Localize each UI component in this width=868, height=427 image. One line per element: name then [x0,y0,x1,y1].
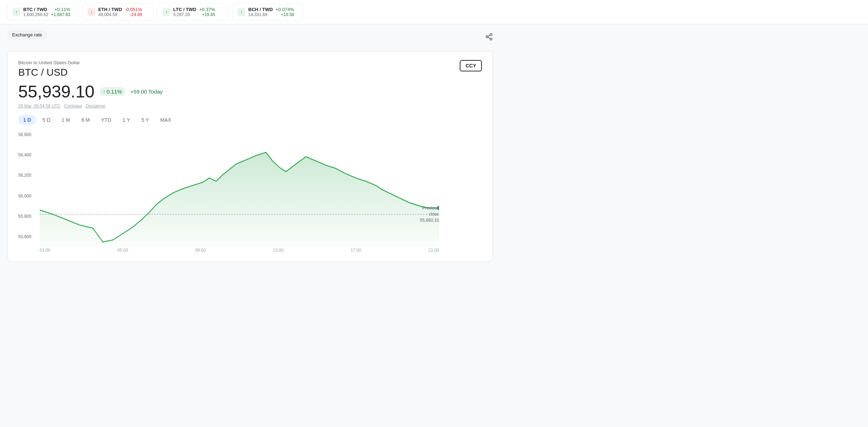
ticker-pair: BTC / TWD [23,7,48,12]
y-axis-label: 56,400 [18,152,31,157]
y-axis-label: 56,600 [18,132,31,137]
ticker-pair: BCH / TWD [248,7,273,12]
ticker-change: +0.074% +10.58 [276,7,294,17]
change-today: +59.00 Today [130,89,163,95]
time-btn-max[interactable]: MAX [155,115,176,125]
ticker-info: BTC / TWD 1,600,266.62 [23,7,48,17]
ccy-button[interactable]: CCY [460,60,482,71]
ticker-info: LTC / TWD 5,287.20 [173,7,196,17]
current-price: 55,939.10 [18,82,95,101]
ticker-abs: +1,687.83 [51,12,70,17]
ticker-change: +0.37% +19.45 [199,7,215,17]
ticker-pct: +0.074% [276,7,294,12]
ticker-arrow-up-icon: ↑ [163,8,170,16]
chart-card: Bitcoin to United States Dollar BTC / US… [7,51,493,262]
main-content: Exchange rate Bitcoin to United States D… [0,24,500,267]
time-btn-5-y[interactable]: 5 Y [136,115,154,125]
ticker-price: 5,287.20 [173,12,196,17]
chart-header: Bitcoin to United States Dollar BTC / US… [18,60,482,115]
ticker-info: BCH / TWD 14,331.69 [248,7,273,17]
ticker-abs: +10.58 [281,12,294,17]
y-axis-label: 55,600 [18,234,31,239]
time-btn-1-y[interactable]: 1 Y [118,115,135,125]
up-arrow-icon: ↑ [103,89,105,94]
y-axis-label: 56,200 [18,173,31,178]
x-axis-label: 17:00 [350,248,361,253]
ticker-card[interactable]: ↓ ETH / TWD 49,004.59 -0.051% -24.89 [82,4,154,20]
ticker-arrow-up-icon: ↑ [238,8,245,16]
disclaimer-link[interactable]: Disclaimer [86,104,106,109]
pair-title: BTC / USD [18,67,163,78]
chart-title-area: Bitcoin to United States Dollar BTC / US… [18,60,163,115]
source-link[interactable]: Coinbase [64,104,82,109]
share-icon[interactable] [485,33,493,42]
y-axis-label: 56,000 [18,194,31,199]
ticker-pct: -0.051% [125,7,142,12]
y-axis-labels: 56,60056,40056,20056,00055,80055,600 [18,132,31,246]
time-btn-ytd[interactable]: YTD [96,115,116,125]
ticker-pair: ETH / TWD [98,7,122,12]
time-btn-6-m[interactable]: 6 M [76,115,95,125]
chart-container: 56,60056,40056,20056,00055,80055,600 [18,132,482,246]
pair-subtitle: Bitcoin to United States Dollar [18,60,163,65]
ticker-change: -0.051% -24.89 [125,7,142,17]
x-axis-label: 01:00 [40,248,50,253]
ticker-pair: LTC / TWD [173,7,196,12]
ticker-price: 49,004.59 [98,12,122,17]
time-btn-5-d[interactable]: 5 D [38,115,55,125]
pct-change: 0.11% [107,89,122,95]
chart-svg [40,132,439,246]
ticker-card[interactable]: ↑ BCH / TWD 14,331.69 +0.074% +10.58 [232,4,304,20]
time-range-selector: 1 D5 D1 M6 MYTD1 Y5 YMAX [18,115,482,125]
x-axis-label: 09:00 [195,248,206,253]
ticker-pct: +0.11% [54,7,70,12]
previous-close-label: Previous close 55,880.10 [420,205,439,223]
ticker-bar: ↑ BTC / TWD 1,600,266.62 +0.11% +1,687.8… [0,0,868,24]
x-axis-label: 13:00 [273,248,284,253]
ticker-price: 1,600,266.62 [23,12,48,17]
data-source: 28 Mar, 06:54:58 UTC · Coinbase · Discla… [18,104,163,109]
y-axis-label: 55,800 [18,214,31,219]
ticker-change: +0.11% +1,687.83 [51,7,70,17]
ticker-abs: +19.45 [202,12,215,17]
ticker-price: 14,331.69 [248,12,273,17]
ticker-pct: +0.37% [199,7,215,12]
ticker-abs: -24.89 [130,12,142,17]
ticker-card[interactable]: ↑ LTC / TWD 5,287.20 +0.37% +19.45 [157,4,229,20]
change-badge: ↑ 0.11% [100,87,126,96]
svg-line-4 [488,35,490,36]
x-axis-labels: 01:0005:0009:0013:0017:0021:00 [18,248,482,253]
ticker-arrow-up-icon: ↑ [13,8,20,16]
price-row: 55,939.10 ↑ 0.11% +59.00 Today [18,82,163,101]
ticker-info: ETH / TWD 49,004.59 [98,7,122,17]
ticker-arrow-down-icon: ↓ [88,8,95,16]
ticker-card[interactable]: ↑ BTC / TWD 1,600,266.62 +0.11% +1,687.8… [7,4,79,20]
chart-area: Previous close 55,880.10 [40,132,439,246]
time-btn-1-m[interactable]: 1 M [57,115,75,125]
exchange-rate-label[interactable]: Exchange rate [7,30,47,40]
x-axis-label: 21:00 [428,248,439,253]
svg-line-3 [488,37,490,39]
x-axis-label: 05:00 [118,248,128,253]
time-btn-1-d[interactable]: 1 D [18,115,36,125]
